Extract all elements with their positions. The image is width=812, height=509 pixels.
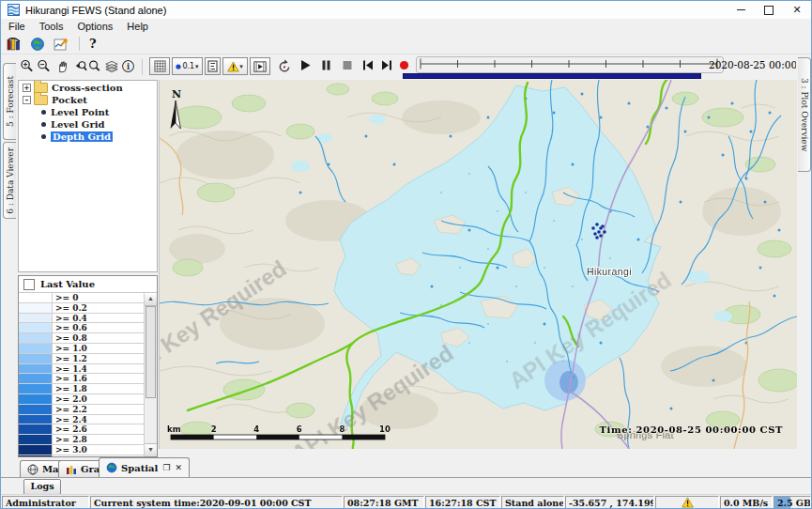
legend-color-swatch — [19, 374, 53, 383]
zoom-previous-icon[interactable] — [72, 58, 87, 74]
legend-row[interactable]: >= 3.2 — [19, 455, 144, 456]
legend-row-label: >= 3.2 — [53, 455, 144, 456]
zoom-out-icon[interactable] — [37, 58, 51, 74]
legend-row[interactable]: >= 1.6 — [19, 374, 144, 384]
svg-text:km: km — [167, 424, 181, 434]
legend-color-swatch — [19, 323, 53, 332]
step-forward-button[interactable] — [380, 58, 393, 72]
legend-row[interactable]: >= 0.6 — [19, 323, 144, 333]
logs-button[interactable]: Logs — [23, 479, 61, 495]
scroll-up-icon[interactable]: ▲ — [145, 293, 157, 306]
timeseries-icon[interactable] — [54, 37, 69, 52]
zoom-in-icon[interactable] — [20, 58, 34, 74]
warning-icon — [682, 497, 694, 508]
left-tab-strip: 5 : Forecast 6 : Data Viewer — [1, 54, 18, 458]
tab-forecast[interactable]: 5 : Forecast — [3, 63, 16, 140]
tree-item-label: Level Point — [51, 107, 109, 117]
play-button[interactable] — [299, 58, 312, 72]
stop-button[interactable] — [341, 58, 353, 72]
tab-spatial[interactable]: Spatial ❐ ✕ — [99, 457, 190, 477]
scroll-down-icon[interactable]: ▼ — [145, 443, 157, 456]
minimize-icon[interactable] — [727, 1, 755, 19]
legend-row[interactable]: >= 2.6 — [19, 424, 144, 435]
tree-item-pocket[interactable]: - Pocket — [19, 94, 157, 105]
map-toolbar-separator — [142, 59, 143, 75]
step-back-button[interactable] — [361, 58, 375, 72]
legend-row[interactable]: >= 2.2 — [19, 405, 144, 415]
legend-row-label: >= 2.6 — [53, 424, 144, 434]
animation-export-button[interactable] — [250, 57, 270, 75]
record-button[interactable] — [399, 60, 409, 70]
bullet-icon — [41, 122, 46, 127]
close-icon[interactable]: ✕ — [783, 1, 811, 19]
legend-color-swatch — [19, 445, 53, 455]
scrollbar-thumb[interactable] — [146, 306, 156, 398]
legend-color-swatch — [19, 293, 53, 302]
legend-row-label: >= 1.6 — [53, 374, 144, 383]
legend-list: >= 0>= 0.2>= 0.4>= 0.6>= 0.8>= 1.0>= 1.2… — [19, 293, 144, 456]
legend-row[interactable]: >= 0.4 — [19, 314, 144, 324]
legend-row-label: >= 0 — [53, 293, 144, 302]
info-icon[interactable]: i — [121, 58, 135, 74]
zoom-region-icon[interactable] — [87, 58, 102, 74]
svg-text:2: 2 — [211, 424, 217, 434]
legend-color-swatch — [19, 415, 53, 424]
menu-help[interactable]: Help — [127, 21, 148, 32]
legend-row-label: >= 0.4 — [53, 314, 144, 323]
legend-color-swatch — [19, 333, 53, 343]
tab-plot-overview[interactable]: 3 : Plot Overview — [798, 57, 811, 172]
legend-scrollbar[interactable]: ▲ ▼ — [144, 293, 157, 456]
tree-item-level-point[interactable]: Level Point — [19, 106, 157, 117]
title-bar: Hikurangi FEWS (Stand alone) ✕ — [1, 1, 811, 19]
status-warning[interactable] — [655, 496, 719, 509]
help-icon[interactable]: ? — [89, 37, 97, 51]
legend-color-swatch — [19, 405, 53, 414]
last-value-checkbox[interactable] — [23, 279, 35, 290]
legend-row[interactable]: >= 1.4 — [19, 364, 144, 375]
tree-item-level-grid[interactable]: Level Grid — [19, 118, 157, 130]
expander-icon[interactable]: + — [23, 84, 31, 92]
editor-button[interactable] — [205, 57, 221, 75]
layers-icon[interactable] — [104, 58, 119, 74]
town-label: Hikurangi — [587, 266, 632, 277]
chevron-down-icon: ▾ — [195, 63, 199, 70]
legend-row[interactable]: >= 2.4 — [19, 415, 144, 425]
tree-item-label: Level Grid — [51, 119, 104, 130]
warning-dropdown[interactable]: ▾ — [222, 57, 248, 75]
svg-text:10: 10 — [379, 424, 391, 434]
legend-row[interactable]: >= 1.8 — [19, 384, 144, 394]
menu-tools[interactable]: Tools — [39, 21, 64, 32]
grid-display-button[interactable] — [149, 57, 170, 75]
pan-hand-icon[interactable] — [55, 58, 69, 74]
legend-row[interactable]: >= 2.0 — [19, 394, 144, 405]
tab-close-icon[interactable]: ✕ — [175, 463, 182, 472]
expander-icon[interactable]: - — [23, 96, 31, 104]
pause-button[interactable] — [320, 58, 332, 72]
menu-file[interactable]: File — [8, 21, 25, 32]
status-system-time: Current system time:2020-09-01 00:00 CST — [90, 496, 343, 509]
legend-row[interactable]: >= 0.2 — [19, 303, 144, 314]
legend-row[interactable]: >= 0.8 — [19, 333, 144, 344]
globe-icon — [106, 462, 117, 473]
tree-item-depth-grid[interactable]: Depth Grid — [19, 131, 157, 142]
timeline-progressbar[interactable] — [403, 73, 701, 79]
database-icon[interactable] — [7, 37, 22, 52]
legend-row[interactable]: >= 3.0 — [19, 445, 144, 455]
legend-color-swatch — [19, 384, 53, 393]
refresh-rotate-icon[interactable] — [277, 59, 292, 74]
tab-maximize-icon[interactable]: ❐ — [162, 463, 170, 472]
map-canvas[interactable]: API Key Required API Key Required API Ke… — [159, 80, 796, 449]
legend-row[interactable]: >= 2.8 — [19, 435, 144, 445]
maximize-icon[interactable] — [755, 1, 783, 19]
legend-row[interactable]: >= 1.0 — [19, 344, 144, 354]
fews-logo-icon — [8, 4, 20, 16]
spatial-display-icon[interactable] — [30, 37, 45, 52]
legend-row[interactable]: >= 0 — [19, 293, 144, 303]
menu-options[interactable]: Options — [77, 21, 113, 32]
map-toolbar: i 0.1 ▾ ▾ — [18, 54, 796, 80]
interval-dropdown[interactable]: 0.1 ▾ — [172, 57, 203, 75]
tab-data-viewer[interactable]: 6 : Data Viewer — [3, 142, 16, 219]
time-slider[interactable] — [416, 56, 724, 73]
legend-row[interactable]: >= 1.2 — [19, 354, 144, 364]
editor-icon — [207, 60, 218, 72]
